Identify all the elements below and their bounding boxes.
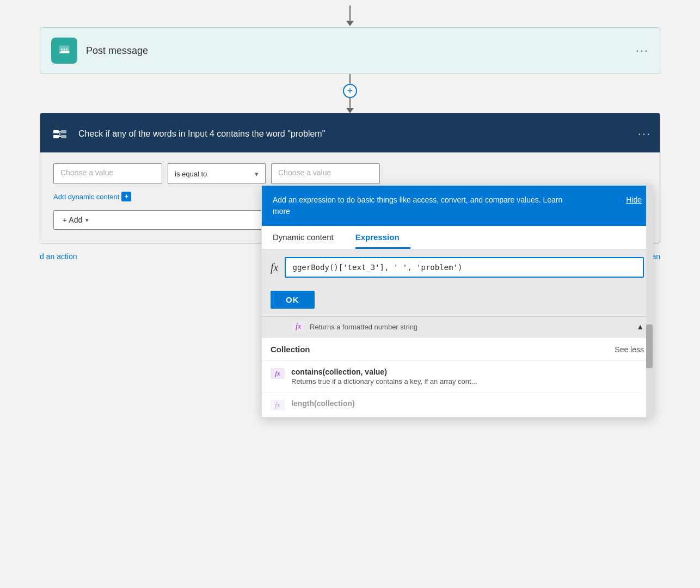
popup-header: Add an expression to do basic things lik… xyxy=(262,186,653,226)
function-content-contains: contains(collection, value) Returns true… xyxy=(291,367,477,385)
post-message-menu[interactable]: ··· xyxy=(636,44,649,58)
top-arrow xyxy=(346,5,354,26)
tab-dynamic-content[interactable]: Dynamic content xyxy=(273,226,345,249)
see-less-button[interactable]: See less xyxy=(615,345,644,354)
hide-button[interactable]: Hide xyxy=(626,195,642,204)
expression-popup: Add an expression to do basic things lik… xyxy=(261,185,653,418)
post-message-card: Post message ··· xyxy=(40,27,660,74)
operator-label: is equal to xyxy=(175,170,207,178)
expression-input[interactable]: ggerBody()['text_3'], ' ', 'problem') xyxy=(285,257,644,278)
returns-section: fx Returns a formatted number string ▲ xyxy=(262,316,653,338)
svg-rect-5 xyxy=(61,130,66,133)
add-action-link[interactable]: d an action xyxy=(40,252,77,261)
function-item-contains[interactable]: fx contains(collection, value) Returns t… xyxy=(262,360,653,392)
fx-icon: fx xyxy=(271,261,278,274)
function-item-length[interactable]: fx length(collection) xyxy=(262,392,653,417)
function-icon-length: fx xyxy=(271,400,285,411)
scroll-up-icon[interactable]: ▲ xyxy=(636,322,644,331)
plus-connector: + xyxy=(343,74,357,113)
svg-point-2 xyxy=(66,48,67,50)
ok-button[interactable]: OK xyxy=(271,291,315,309)
condition-row: Choose a value is equal to ▾ Choose a va… xyxy=(53,163,647,184)
add-button-label: + Add xyxy=(63,216,82,224)
add-chevron-icon: ▾ xyxy=(85,217,89,224)
scroll-thumb[interactable] xyxy=(646,324,653,368)
right-value-input[interactable]: Choose a value xyxy=(271,163,380,184)
popup-description: Add an expression to do basic things lik… xyxy=(273,195,541,204)
ok-area: OK xyxy=(262,285,653,316)
tab-expression[interactable]: Expression xyxy=(355,226,410,249)
post-message-title: Post message xyxy=(86,45,636,57)
collection-title: Collection xyxy=(271,345,310,354)
condition-title: Check if any of the words in Input 4 con… xyxy=(78,129,638,139)
left-value-input[interactable]: Choose a value xyxy=(53,163,162,184)
svg-rect-3 xyxy=(53,130,59,133)
add-step-button[interactable]: + xyxy=(343,84,357,98)
collection-section-header: Collection See less xyxy=(262,338,653,360)
condition-menu[interactable]: ··· xyxy=(638,127,651,141)
popup-header-text: Add an expression to do basic things lik… xyxy=(273,194,578,217)
svg-rect-4 xyxy=(53,135,59,138)
operator-select[interactable]: is equal to ▾ xyxy=(168,163,266,184)
svg-rect-6 xyxy=(61,135,66,138)
function-content-length: length(collection) xyxy=(291,399,355,408)
returns-fx-icon: fx xyxy=(292,321,304,332)
function-name-contains: contains(collection, value) xyxy=(291,367,477,376)
expression-value: ggerBody()['text_3'], ' ', 'problem') xyxy=(292,263,462,272)
popup-tabs: Dynamic content Expression xyxy=(262,226,653,249)
post-message-icon xyxy=(51,38,77,64)
expression-area: fx ggerBody()['text_3'], ' ', 'problem') xyxy=(262,249,653,285)
returns-text: Returns a formatted number string xyxy=(310,323,417,331)
scrollbar[interactable] xyxy=(646,186,653,417)
function-desc-contains: Returns true if a dictionary contains a … xyxy=(291,377,477,385)
add-dynamic-label: Add dynamic content xyxy=(53,193,119,201)
svg-point-1 xyxy=(64,48,65,50)
chevron-down-icon: ▾ xyxy=(255,170,259,178)
condition-header: Check if any of the words in Input 4 con… xyxy=(40,115,660,152)
condition-icon xyxy=(49,123,71,145)
svg-point-0 xyxy=(61,48,63,50)
function-icon-contains: fx xyxy=(271,368,285,379)
dynamic-content-icon: + xyxy=(121,192,131,201)
function-name-length: length(collection) xyxy=(291,399,355,408)
